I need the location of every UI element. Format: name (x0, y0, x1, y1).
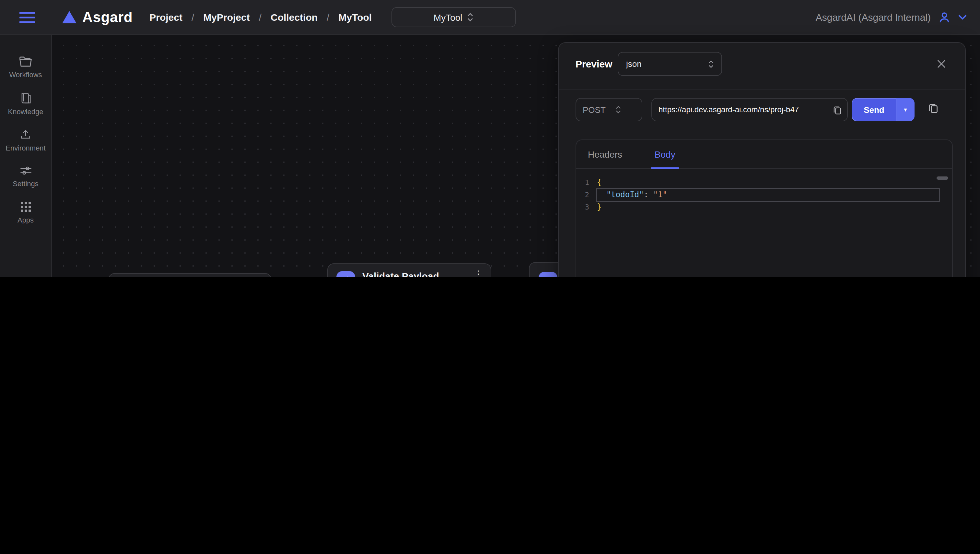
node-title: Validate Payload (362, 270, 439, 277)
chevron-updown-icon (468, 13, 474, 21)
top-navbar: Asgard Project / MyProject / Collection … (0, 0, 980, 35)
sidebar-label: Settings (13, 180, 38, 187)
chevron-down-icon[interactable] (958, 14, 967, 20)
diamond-dots-icon (539, 272, 557, 277)
panel-title: Preview (576, 58, 612, 69)
format-select[interactable]: json (618, 52, 722, 76)
sidebar-item-apps[interactable]: Apps (0, 201, 51, 224)
folder-icon (19, 56, 32, 67)
sidebar-label: Workflows (9, 71, 42, 78)
sidebar-item-knowledge[interactable]: Knowledge (0, 92, 51, 115)
request-row: POST https://api.dev.asgard-ai.com/ns/pr… (559, 98, 965, 121)
breadcrumb-separator: / (259, 12, 261, 23)
breadcrumb-myproject[interactable]: MyProject (203, 12, 250, 23)
sidebar-item-workflows[interactable]: Workflows (0, 56, 51, 78)
tool-selector-dropdown[interactable]: MyTool (391, 7, 515, 27)
scrollbar-thumb[interactable] (937, 176, 948, 180)
request-body-editor[interactable]: 1{2 "todoId": "1"3} (576, 169, 952, 214)
breadcrumb-collection[interactable]: Collection (270, 12, 318, 23)
breadcrumb-separator: / (191, 12, 194, 23)
request-card: Headers Body 1{2 "todoId": "1"3} (576, 139, 953, 277)
line-number: 3 (576, 201, 597, 214)
breadcrumb-mytool[interactable]: MyTool (338, 12, 372, 23)
triangle-logo-icon (62, 11, 76, 23)
code-line[interactable]: 1{ (576, 176, 952, 189)
url-value: https://api.dev.asgard-ai.com/ns/proj-b4… (659, 105, 833, 114)
sidebar-label: Knowledge (8, 108, 43, 115)
send-dropdown-button[interactable]: ▼ (896, 98, 915, 121)
breadcrumb-project[interactable]: Project (150, 12, 183, 23)
menu-icon[interactable] (19, 11, 35, 23)
chevron-updown-icon (616, 106, 621, 113)
sidebar-item-environment[interactable]: Environment (0, 128, 51, 152)
send-button-group: Send ▼ (852, 98, 915, 121)
account-area: AsgardAI (Asgard Internal) (816, 10, 967, 24)
format-select-value: json (626, 59, 642, 69)
app-window: Asgard Project / MyProject / Collection … (0, 0, 980, 277)
code-text: { (597, 176, 939, 189)
tab-headers[interactable]: Headers (588, 140, 622, 168)
user-icon[interactable] (937, 10, 951, 24)
close-icon[interactable] (937, 60, 946, 68)
url-input[interactable]: https://api.dev.asgard-ai.com/ns/proj-b4… (651, 98, 848, 121)
brand-logo[interactable]: Asgard (62, 9, 132, 26)
node-entry[interactable]: Entry Node: 工作流程的起點 (108, 273, 272, 277)
sidebar-item-settings[interactable]: Settings (0, 165, 51, 187)
code-text: } (597, 201, 939, 214)
line-number: 2 (576, 189, 597, 201)
line-number: 1 (576, 176, 597, 189)
left-sidebar: Workflows Knowledge Environment Settings… (0, 35, 52, 277)
chevron-updown-icon (708, 60, 714, 68)
account-name: AsgardAI (Asgard Internal) (816, 12, 931, 23)
sidebar-label: Apps (18, 216, 34, 224)
request-tabs: Headers Body (576, 140, 952, 169)
breadcrumb: Project / MyProject / Collection / MyToo… (150, 12, 372, 23)
book-icon (19, 92, 32, 104)
sliders-icon (19, 165, 32, 176)
sidebar-label: Environment (5, 144, 46, 152)
node-validate-payload[interactable]: Validate Payload 定義工具的輸入格式 ⋮ Success Fai… (327, 263, 491, 277)
copy-url-icon[interactable] (833, 105, 842, 115)
copy-response-icon[interactable] (928, 102, 939, 113)
grid-dots-icon (20, 201, 32, 213)
upload-icon (19, 128, 32, 141)
send-button[interactable]: Send (852, 98, 896, 121)
code-text: "todoId": "1" (597, 189, 939, 201)
preview-panel-header: Preview json (559, 43, 965, 90)
code-line[interactable]: 3} (576, 201, 952, 214)
kebab-menu-icon[interactable]: ⋮ (474, 272, 483, 276)
code-line[interactable]: 2 "todoId": "1" (576, 189, 952, 201)
method-select-value: POST (583, 105, 606, 115)
preview-panel: Preview json POST https://api.dev.asgard… (558, 42, 966, 277)
brand-name: Asgard (82, 9, 132, 26)
tool-selector-value: MyTool (434, 12, 463, 22)
breadcrumb-separator: / (327, 12, 329, 23)
method-select[interactable]: POST (576, 98, 642, 121)
wrench-icon (336, 271, 355, 277)
tab-body[interactable]: Body (655, 140, 675, 168)
